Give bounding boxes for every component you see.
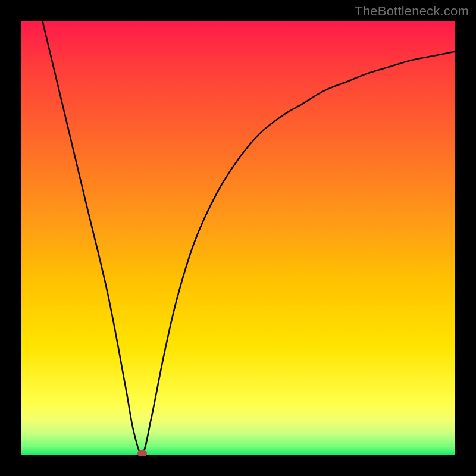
plot-area xyxy=(21,21,455,455)
minimum-marker xyxy=(137,450,147,456)
chart-frame: TheBottleneck.com xyxy=(0,0,476,476)
bottleneck-curve xyxy=(21,21,455,455)
watermark-text: TheBottleneck.com xyxy=(355,4,469,19)
